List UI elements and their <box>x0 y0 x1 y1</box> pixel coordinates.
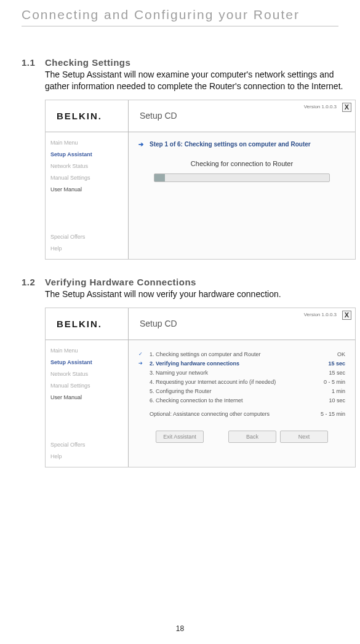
sidebar-item-network[interactable]: Network Status <box>50 371 123 377</box>
step-label: 3. Naming your network <box>150 370 311 376</box>
sidebar-item-help[interactable]: Help <box>50 245 123 252</box>
sidebar-item-user-manual[interactable]: User Manual <box>50 394 123 400</box>
step-time: OK <box>311 351 345 357</box>
sidebar: Main Menu Setup Assistant Network Status… <box>46 132 129 259</box>
step-label: 6. Checking connection to the Internet <box>150 397 311 403</box>
section-heading: Checking Settings <box>45 57 356 68</box>
version-label: Version 1.0.0.3 <box>304 104 337 109</box>
section-text: The Setup Assistant will now verify your… <box>45 288 356 300</box>
sidebar-item-special-offers[interactable]: Special Offers <box>50 234 123 240</box>
sidebar-item-network[interactable]: Network Status <box>50 163 123 169</box>
belkin-logo: BELKIN. <box>46 100 129 132</box>
steps-list: ✓ 1. Checking settings on computer and R… <box>138 351 345 403</box>
page-number: 18 <box>0 624 360 633</box>
optional-time: 5 - 15 min <box>311 411 345 417</box>
sidebar-item-manual-settings[interactable]: Manual Settings <box>50 175 123 181</box>
section-1-1: 1.1 Checking Settings The Setup Assistan… <box>22 57 338 260</box>
card-title: Setup CD <box>140 319 177 328</box>
step-time: 15 sec <box>311 360 345 367</box>
step-time: 0 - 5 min <box>311 379 345 385</box>
sidebar-item-user-manual[interactable]: User Manual <box>50 186 123 193</box>
sidebar-item-setup[interactable]: Setup Assistant <box>50 359 123 365</box>
title-rule <box>22 26 338 26</box>
section-number: 1.2 <box>22 277 39 287</box>
sidebar-item-manual-settings[interactable]: Manual Settings <box>50 383 123 389</box>
step-time: 15 sec <box>311 370 345 376</box>
check-icon: ✓ <box>138 351 150 357</box>
content-pane-2: ✓ 1. Checking settings on computer and R… <box>129 340 355 467</box>
section-heading: Verifying Hardware Connections <box>45 277 356 287</box>
card-title: Setup CD <box>140 111 177 121</box>
sidebar-item-setup[interactable]: Setup Assistant <box>50 151 123 157</box>
step-label: 4. Requesting your Internet account info… <box>150 379 311 385</box>
next-button[interactable]: Next <box>280 431 328 443</box>
step-time: 10 sec <box>311 397 345 403</box>
section-1-2: 1.2 Verifying Hardware Connections The S… <box>22 277 338 467</box>
close-icon[interactable]: X <box>342 311 351 320</box>
arrow-right-icon: ➔ <box>138 141 143 148</box>
screenshot-card-1: BELKIN. Setup CD Version 1.0.0.3 X Main … <box>45 100 356 260</box>
step-label: 1. Checking settings on computer and Rou… <box>150 351 311 357</box>
exit-assistant-button[interactable]: Exit Assistant <box>156 431 204 443</box>
optional-label: Optional: Assistance connecting other co… <box>138 411 311 417</box>
belkin-logo: BELKIN. <box>46 308 129 340</box>
step-label: 5. Configuring the Router <box>150 388 311 394</box>
sidebar-item-help[interactable]: Help <box>50 453 123 459</box>
back-button[interactable]: Back <box>228 431 276 443</box>
step-label: 2. Verifying hardware connections <box>150 360 311 367</box>
section-text: The Setup Assistant will now examine you… <box>45 69 356 92</box>
page-heading: Connecting and Configuring your Router <box>22 7 338 22</box>
sidebar-item-special-offers[interactable]: Special Offers <box>50 442 123 448</box>
version-label: Version 1.0.0.3 <box>304 312 337 317</box>
step-time: 1 min <box>311 388 345 394</box>
section-number: 1.1 <box>22 57 39 68</box>
checking-label: Checking for connection to Router <box>138 160 345 167</box>
progress-fill <box>154 174 165 181</box>
step-line-text: Step 1 of 6: Checking settings on comput… <box>150 141 311 148</box>
screenshot-card-2: BELKIN. Setup CD Version 1.0.0.3 X Main … <box>45 308 356 467</box>
progress-bar <box>154 173 330 182</box>
sidebar: Main Menu Setup Assistant Network Status… <box>46 340 129 467</box>
content-pane-1: ➔ Step 1 of 6: Checking settings on comp… <box>129 132 355 259</box>
sidebar-item-main[interactable]: Main Menu <box>50 140 123 146</box>
sidebar-item-main[interactable]: Main Menu <box>50 348 123 354</box>
close-icon[interactable]: X <box>342 103 351 112</box>
arrow-right-icon: ➔ <box>138 360 150 366</box>
